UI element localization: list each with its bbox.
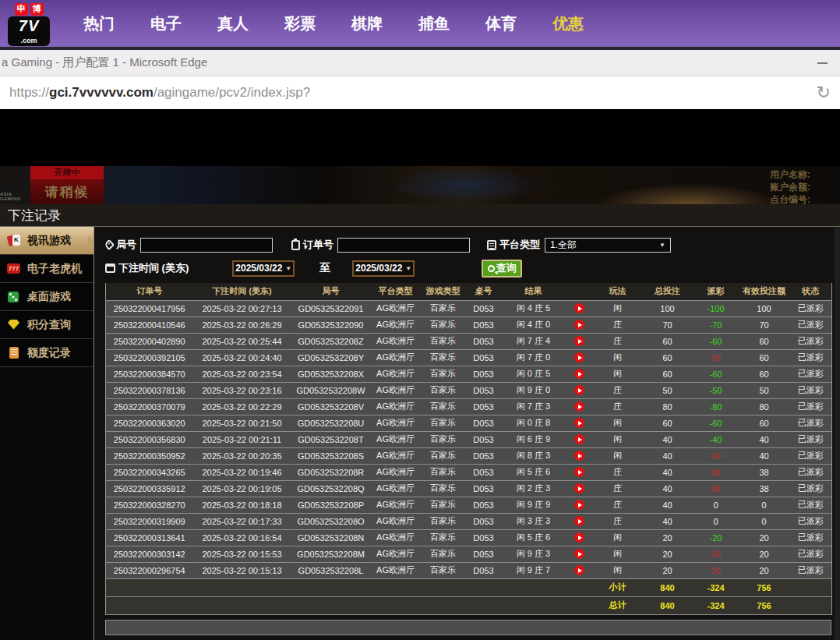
username-label: 用户名称: xyxy=(770,168,840,181)
filter-row-1: 局号 订单号 平台类型 1.全部 ▼ xyxy=(105,236,835,253)
cell-result: 闲 9 庄 7 xyxy=(502,562,566,578)
play-video-icon[interactable] xyxy=(574,320,584,330)
search-button[interactable]: 查询 xyxy=(482,260,522,278)
nav-item-live[interactable]: 真人 xyxy=(199,13,266,34)
minimize-button[interactable] xyxy=(812,55,832,71)
cell-platform: AG欧洲厅 xyxy=(371,316,421,333)
play-video-icon[interactable] xyxy=(574,369,584,379)
cell-payout: -60 xyxy=(694,366,739,382)
play-video-icon[interactable] xyxy=(574,467,584,477)
platform-type-label-group: 平台类型 xyxy=(487,238,540,252)
cell-total-bet: 40 xyxy=(642,497,694,513)
cell-status: 已派彩 xyxy=(790,431,832,447)
refresh-icon[interactable]: ↻ xyxy=(817,84,831,101)
play-video-icon[interactable] xyxy=(574,385,584,395)
nav-item-promo[interactable]: 优惠 xyxy=(535,13,602,34)
logo-main: 7V xyxy=(8,16,50,36)
bet-time-label-group: 下注时间 (美东) xyxy=(105,261,189,275)
cell-game: 百家乐 xyxy=(421,513,466,529)
cell-video xyxy=(566,382,594,398)
cell-platform: AG欧洲厅 xyxy=(371,415,421,431)
cell-round: GD0532532208Z xyxy=(291,333,371,349)
cell-platform: AG欧洲厅 xyxy=(371,546,421,562)
clipboard-icon xyxy=(291,240,300,250)
cell-platform: AG欧洲厅 xyxy=(371,300,421,316)
cell-time: 2025-03-22 00:23:54 xyxy=(193,366,291,382)
platform-type-select[interactable]: 1.全部 ▼ xyxy=(545,238,671,253)
col-table: 桌号 xyxy=(466,283,502,300)
main-area: K 视讯游戏 777 电子老虎机 桌面游戏 积分查询 额度记录 xyxy=(0,227,840,640)
nav-item-hot[interactable]: 热门 xyxy=(65,13,132,34)
sidebar-item-video-games[interactable]: K 视讯游戏 xyxy=(0,227,94,255)
cell-total-bet: 70 xyxy=(642,316,694,333)
play-video-icon[interactable] xyxy=(574,418,584,428)
site-logo[interactable]: 申 博 7V .com xyxy=(6,3,51,46)
play-video-icon[interactable] xyxy=(574,336,584,346)
round-number-input[interactable] xyxy=(140,238,273,253)
cell-payout: -20 xyxy=(694,529,739,546)
cell-total-bet: 60 xyxy=(642,349,694,366)
play-video-icon[interactable] xyxy=(574,303,584,313)
col-play: 玩法 xyxy=(594,283,642,300)
play-video-icon[interactable] xyxy=(574,565,584,575)
page-title-bar: 下注记录 xyxy=(0,204,840,227)
play-video-icon[interactable] xyxy=(574,500,584,510)
cell-round: GD05325322091 xyxy=(291,300,371,316)
table-row: 250322000384570 2025-03-22 00:23:54 GD05… xyxy=(106,366,832,382)
cell-payout: 0 xyxy=(694,513,739,529)
nav-item-sports[interactable]: 体育 xyxy=(468,13,535,34)
date-to-value: 2025/03/22 xyxy=(355,263,402,274)
date-to-select[interactable]: 2025/03/22 ▼ xyxy=(352,260,415,277)
sidebar-item-quota-records[interactable]: 额度记录 xyxy=(0,339,94,367)
order-number-input[interactable] xyxy=(337,238,470,253)
cell-payout: 38 xyxy=(694,464,739,480)
cell-play: 闲 xyxy=(594,546,642,562)
order-number-label-group: 订单号 xyxy=(291,238,334,252)
cell-play: 庄 xyxy=(594,316,642,333)
cell-order: 250322000378136 xyxy=(106,382,193,398)
date-from-select[interactable]: 2025/03/22 ▼ xyxy=(232,260,295,277)
user-info-labels: 用户名称: 账户余额: 点台编号: xyxy=(770,168,840,204)
nav-item-chess[interactable]: 棋牌 xyxy=(334,13,401,34)
cell-play: 庄 xyxy=(594,513,642,529)
total-payout: -324 xyxy=(694,596,739,614)
cell-valid-bet: 60 xyxy=(739,366,790,382)
asia-gaming-logo: ASIA GAMING xyxy=(0,178,30,204)
play-video-icon[interactable] xyxy=(574,434,584,444)
cell-play: 庄 xyxy=(594,480,642,497)
cell-play: 闲 xyxy=(594,447,642,464)
order-number-label: 订单号 xyxy=(303,238,334,252)
cell-order: 250322000335912 xyxy=(106,480,193,497)
tag-icon xyxy=(104,239,115,250)
play-video-icon[interactable] xyxy=(574,516,584,526)
cell-round: GD0532532208X xyxy=(291,366,371,382)
sidebar-item-label: 额度记录 xyxy=(27,346,71,360)
play-video-icon[interactable] xyxy=(574,352,584,362)
play-video-icon[interactable] xyxy=(574,532,584,543)
cell-result: 闲 0 庄 5 xyxy=(502,366,566,382)
cell-round: GD0532532208Y xyxy=(291,349,371,366)
cell-platform: AG欧洲厅 xyxy=(371,513,421,529)
scrollbar-track[interactable] xyxy=(835,227,840,640)
cell-table: D053 xyxy=(466,415,502,431)
sidebar-item-points[interactable]: 积分查询 xyxy=(0,311,94,339)
play-video-icon[interactable] xyxy=(574,483,584,493)
cell-time: 2025-03-22 00:20:35 xyxy=(193,447,291,464)
cell-status: 已派彩 xyxy=(790,415,832,431)
nav-item-electronic[interactable]: 电子 xyxy=(132,13,199,34)
play-video-icon[interactable] xyxy=(574,401,584,412)
cell-game: 百家乐 xyxy=(421,431,466,447)
platform-type-label: 平台类型 xyxy=(499,238,540,252)
cell-round: GD0532532208L xyxy=(291,562,371,578)
totals-rows: 小计 840 -324 756 总计 840 -324 756 xyxy=(106,578,832,614)
play-video-icon[interactable] xyxy=(574,549,584,559)
cell-play: 闲 xyxy=(594,562,642,578)
sidebar-item-table-games[interactable]: 桌面游戏 xyxy=(0,283,94,311)
play-video-icon[interactable] xyxy=(574,451,584,461)
nav-item-lottery[interactable]: 彩票 xyxy=(266,13,334,34)
nav-item-fishing[interactable]: 捕鱼 xyxy=(401,13,468,34)
total-valid-bet: 756 xyxy=(739,596,790,614)
content-panel: 局号 订单号 平台类型 1.全部 ▼ xyxy=(94,227,840,640)
address-bar[interactable]: https://gci.7vvvvvv.com/agingame/pcv2/in… xyxy=(0,76,840,109)
sidebar-item-slots[interactable]: 777 电子老虎机 xyxy=(0,255,94,283)
